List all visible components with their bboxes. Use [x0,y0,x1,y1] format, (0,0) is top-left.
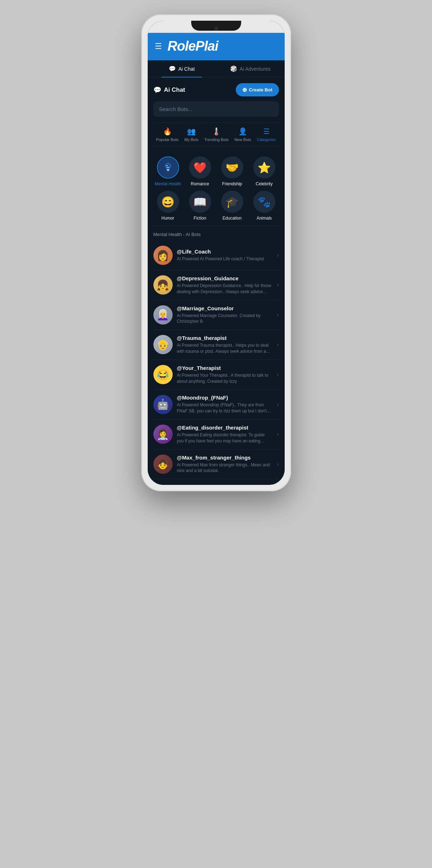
category-mental-health[interactable]: Mental Health [153,156,183,186]
bot-name-life-coach: @Life_Coach [177,249,273,255]
svg-point-3 [167,165,167,165]
bot-name-trauma: @Trauma_therapist [177,335,273,341]
bot-info-depression: @Depression_Guidance Ai Powered Depressi… [177,275,273,295]
bot-desc-trauma: Ai Powered Trauma therapist.. Helps you … [177,342,273,355]
app-header: ☰ RolePlai [148,33,285,60]
bot-avatar-moondrop: 🤖 [153,395,173,414]
mental-health-label: Mental Health [154,181,181,186]
category-friendship[interactable]: 🤝 Friendship [218,156,247,186]
bot-name-your-therapist: @Your_Therapist [177,365,273,371]
cat-nav-popular[interactable]: 🔥 Popular Bots [156,127,179,142]
tabs-bar: 💬 Ai Chat 🎲 Ai Adventures [148,60,285,77]
bot-desc-life-coach: AI Powered AI Powered Life coach / Thera… [177,256,273,262]
bot-avatar-your-therapist: 😂 [153,365,173,384]
cat-nav-trending-label: Trending Bots [204,137,229,142]
bot-item-eating[interactable]: 👩‍⚕️ @Eating_disorder_therapist Ai Power… [153,420,279,450]
bot-info-moondrop: @Moondrop_(FNaF) Ai Powered Moondrop (FN… [177,395,273,414]
celebrity-label: Celebrity [256,181,273,186]
chevron-right-icon-5: › [277,401,279,408]
app-logo: RolePlai [168,39,218,54]
bot-name-eating: @Eating_disorder_therapist [177,425,273,431]
search-bar[interactable]: Search Bots... [153,101,279,117]
bot-item-depression[interactable]: 👧 @Depression_Guidance Ai Powered Depres… [153,270,279,300]
bot-item-your-therapist[interactable]: 😂 @Your_Therapist Ai Powered Your Therap… [153,360,279,390]
category-animals[interactable]: 🐾 Animals [250,191,279,221]
cat-nav-my-bots[interactable]: 👥 My Bots [184,127,199,142]
bot-desc-depression: Ai Powered Depression Guidance.. Help fo… [177,283,273,295]
education-label: Education [223,216,242,221]
bot-avatar-depression: 👧 [153,275,173,295]
bot-list: 👩 @Life_Coach AI Powered AI Powered Life… [153,241,279,479]
popular-icon: 🔥 [163,127,172,136]
cat-nav-categories[interactable]: ☰ Categories [257,127,276,142]
category-humor[interactable]: 😄 Humor [153,191,183,221]
search-placeholder: Search Bots... [159,106,193,112]
trending-icon: 🌡️ [212,127,221,136]
bot-item-moondrop[interactable]: 🤖 @Moondrop_(FNaF) Ai Powered Moondrop (… [153,390,279,420]
cat-nav-new-bots-label: New Bots [234,137,251,142]
humor-icon-circle: 😄 [157,191,179,213]
bot-item-trauma[interactable]: 👴 @Trauma_therapist Ai Powered Trauma th… [153,330,279,360]
bot-item-max[interactable]: 👧 @Max_from_stranger_things Ai Powered M… [153,450,279,480]
cat-nav-popular-label: Popular Bots [156,137,179,142]
celebrity-icon: ⭐ [258,161,271,174]
create-bot-button[interactable]: ⊕ Create Bot [236,83,279,96]
friendship-label: Friendship [222,181,242,186]
hamburger-icon[interactable]: ☰ [155,42,162,50]
bot-desc-max: Ai Powered Max from stranger things.. Me… [177,462,273,474]
bot-name-moondrop: @Moondrop_(FNaF) [177,395,273,401]
bot-item-life-coach[interactable]: 👩 @Life_Coach AI Powered AI Powered Life… [153,241,279,270]
chevron-right-icon-1: › [277,282,279,288]
bot-desc-marriage: Ai Powered Marriage Counselor. Created b… [177,313,273,325]
phone-frame: ☰ RolePlai 💬 Ai Chat 🎲 Ai Adventures 💬 A… [141,14,291,491]
section-title: 💬 Ai Chat [153,86,185,94]
chevron-right-icon-4: › [277,371,279,378]
animals-icon-circle: 🐾 [253,191,275,213]
category-fiction[interactable]: 📖 Fiction [185,191,215,221]
category-celebrity[interactable]: ⭐ Celebrity [250,156,279,186]
tab-ai-chat[interactable]: 💬 Ai Chat [148,60,216,77]
tab-ai-adventures-label: Ai Adventures [240,66,270,72]
bot-desc-your-therapist: Ai Powered Your Therapist.. A therapist … [177,372,273,385]
bot-info-your-therapist: @Your_Therapist Ai Powered Your Therapis… [177,365,273,385]
new-bots-icon: 👤 [238,127,247,136]
chevron-right-icon-7: › [277,461,279,467]
bot-avatar-trauma: 👴 [153,335,173,354]
bot-info-trauma: @Trauma_therapist Ai Powered Trauma ther… [177,335,273,355]
bot-desc-moondrop: Ai Powered Moondrop (FNaF).. They are fr… [177,402,273,414]
cat-nav-new-bots[interactable]: 👤 New Bots [234,127,251,142]
cat-nav-trending[interactable]: 🌡️ Trending Bots [204,127,229,142]
category-education[interactable]: 🎓 Education [218,191,247,221]
tab-ai-adventures[interactable]: 🎲 Ai Adventures [216,60,285,77]
create-bot-label: Create Bot [249,87,273,92]
friendship-icon-circle: 🤝 [221,156,243,179]
bot-info-life-coach: @Life_Coach AI Powered AI Powered Life c… [177,249,273,262]
bot-name-depression: @Depression_Guidance [177,275,273,281]
bot-avatar-max: 👧 [153,455,173,474]
romance-icon-circle: ❤️ [189,156,211,179]
fiction-icon: 📖 [193,196,207,208]
chevron-right-icon-3: › [277,341,279,348]
my-bots-icon: 👥 [187,127,196,136]
content-area: 💬 Ai Chat ⊕ Create Bot Search Bots... 🔥 … [148,77,285,485]
category-romance[interactable]: ❤️ Romance [185,156,215,186]
romance-label: Romance [191,181,209,186]
animals-label: Animals [256,216,272,221]
humor-icon: 😄 [161,196,174,208]
bot-item-marriage[interactable]: 👩‍🦳 @Marriage_Counselor Ai Powered Marri… [153,300,279,330]
bot-avatar-life-coach: 👩 [153,246,173,265]
bot-list-header: Mental Health - AI Bots [153,232,279,237]
adventures-tab-icon: 🎲 [230,65,237,72]
categories-grid: Mental Health ❤️ Romance 🤝 Friendship [153,151,279,226]
notch-camera [214,26,218,31]
phone-notch [148,21,285,33]
chevron-right-icon-6: › [277,431,279,437]
humor-label: Humor [161,216,174,221]
animals-icon: 🐾 [258,196,271,208]
section-title-icon: 💬 [153,86,161,94]
education-icon-circle: 🎓 [221,191,243,213]
cat-nav-my-bots-label: My Bots [184,137,199,142]
romance-icon: ❤️ [193,161,207,174]
category-nav: 🔥 Popular Bots 👥 My Bots 🌡️ Trending Bot… [153,122,279,146]
chevron-right-icon-0: › [277,252,279,259]
